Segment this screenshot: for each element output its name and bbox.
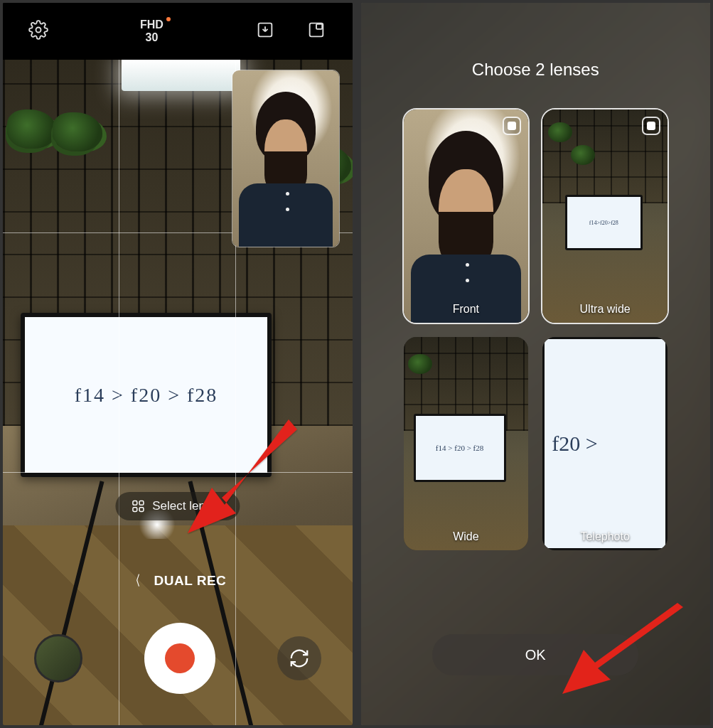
lens-preview-text: f14 > f20 > f28	[436, 444, 483, 452]
fps-label: 30	[140, 31, 163, 44]
ok-label: OK	[525, 647, 546, 663]
whiteboard-text: f14 > f20 > f28	[75, 384, 218, 407]
select-lenses-label: Select lenses	[152, 499, 224, 513]
flip-camera-icon	[289, 648, 310, 669]
checkbox-icon	[642, 117, 660, 135]
lens-label: Front	[404, 303, 529, 316]
camera-top-toolbar: FHD 30	[3, 3, 353, 60]
checkbox-icon	[503, 117, 521, 135]
lens-options-grid: Front f14>f20>f28 Ultra wide f14 > f20 >…	[404, 109, 668, 550]
ok-button[interactable]: OK	[432, 634, 638, 675]
camera-mode-selector[interactable]: 〈 DUAL REC	[3, 572, 353, 590]
camera-mode-label: DUAL REC	[154, 573, 226, 588]
lens-option-front[interactable]: Front	[404, 109, 529, 323]
grid-icon	[131, 499, 145, 513]
svg-rect-3	[316, 24, 322, 29]
lens-label: Ultra wide	[542, 303, 668, 316]
gallery-thumbnail[interactable]	[34, 634, 82, 682]
svg-rect-7	[139, 508, 144, 512]
camera-viewfinder-screen: FHD 30 f14 > f20 > f28	[3, 3, 353, 725]
camera-viewfinder[interactable]: f14 > f20 > f28 Select lenses 〈 DUA	[3, 60, 353, 725]
lens-preview-text: f20 >	[552, 432, 597, 456]
lens-option-telephoto[interactable]: f20 > Telephoto	[542, 337, 668, 550]
svg-rect-5	[139, 501, 144, 505]
recording-indicator-dot	[166, 17, 171, 21]
select-lenses-button[interactable]: Select lenses	[115, 492, 240, 520]
save-download-icon[interactable]	[255, 20, 275, 43]
record-icon	[165, 643, 195, 673]
lens-label: Wide	[404, 530, 529, 543]
front-camera-pip[interactable]	[232, 70, 340, 247]
chevron-left-icon: 〈	[131, 572, 141, 590]
record-shutter-button[interactable]	[144, 623, 215, 694]
resolution-label: FHD	[140, 18, 163, 31]
pip-layout-icon[interactable]	[306, 20, 326, 43]
choose-lenses-screen: Choose 2 lenses Front f14>f20>f28	[361, 3, 711, 725]
switch-camera-button[interactable]	[277, 636, 321, 680]
whiteboard-content: f14 > f20 > f28	[21, 313, 272, 478]
grid-line	[3, 472, 353, 473]
svg-rect-6	[133, 508, 137, 512]
lens-option-ultrawide[interactable]: f14>f20>f28 Ultra wide	[542, 109, 668, 323]
resolution-indicator[interactable]: FHD 30	[140, 18, 163, 43]
lens-option-wide[interactable]: f14 > f20 > f28 Wide	[404, 337, 529, 550]
settings-icon[interactable]	[28, 20, 48, 43]
svg-point-0	[36, 28, 41, 33]
lens-label: Telephoto	[542, 530, 668, 543]
choose-lenses-title: Choose 2 lenses	[361, 60, 711, 80]
svg-rect-4	[133, 501, 137, 505]
